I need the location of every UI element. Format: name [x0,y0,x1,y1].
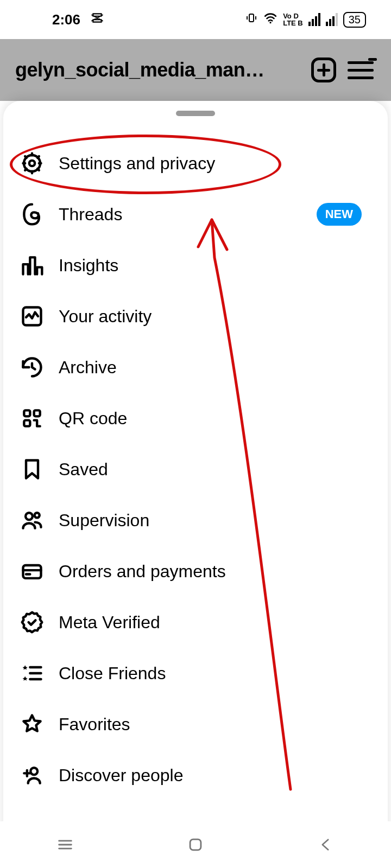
menu-item-label: Favorites [59,714,371,735]
settings-menu-sheet: Settings and privacy Threads NEW Insight… [3,101,388,868]
menu-item-supervision[interactable]: Supervision [3,495,388,546]
hamburger-icon [348,61,374,79]
vibrate-icon [245,11,258,28]
activity-icon [20,304,45,329]
menu-item-label: Your activity [59,307,371,327]
profile-header: gelyn_social_media_man… [0,39,391,101]
svg-point-9 [35,513,40,518]
menu-item-insights[interactable]: Insights [3,240,388,291]
wifi-icon [263,11,278,29]
svg-point-8 [26,513,33,520]
menu-item-label: Insights [59,256,371,276]
qr-code-icon [20,406,45,431]
username-label: gelyn_social_media_man… [15,59,264,81]
new-badge: NEW [317,203,362,226]
list-star-icon [20,661,45,686]
menu-item-threads[interactable]: Threads NEW [3,189,388,240]
svg-rect-12 [190,839,201,850]
signal-2-icon [326,13,338,26]
svg-point-11 [30,768,37,775]
create-button[interactable] [308,55,339,85]
bookmark-icon [20,457,45,482]
svg-rect-7 [24,420,30,426]
gear-icon [20,151,45,176]
menu-item-label: Supervision [59,510,371,531]
menu-item-discover[interactable]: Discover people [3,750,388,801]
bar-chart-icon [20,253,45,278]
system-nav-bar [0,821,391,868]
nav-recent-button[interactable] [49,828,81,861]
menu-item-label: Close Friends [59,663,371,684]
signal-1-icon [308,13,320,26]
notification-dot-icon [368,58,377,61]
plus-square-icon [311,58,336,82]
credit-card-icon [20,559,45,584]
svg-rect-0 [249,14,254,22]
menu-button[interactable] [345,55,376,85]
menu-item-label: Archive [59,358,371,378]
menu-item-archive[interactable]: Archive [3,342,388,393]
menu-item-label: Discover people [59,765,371,786]
svg-point-3 [29,161,35,166]
menu-item-settings[interactable]: Settings and privacy [3,138,388,189]
svg-rect-5 [24,410,30,416]
svg-point-1 [270,22,272,23]
svg-rect-6 [34,410,40,416]
menu-item-favorites[interactable]: Favorites [3,699,388,750]
menu-item-close-friends[interactable]: Close Friends [3,648,388,699]
svg-rect-10 [23,565,41,578]
menu-list: Settings and privacy Threads NEW Insight… [3,138,388,801]
nav-home-button[interactable] [179,828,212,861]
status-bar: 2:06 Vo DLTE B 35 [0,0,391,39]
drag-handle[interactable] [176,111,215,116]
add-person-icon [20,763,45,788]
menu-item-label: Settings and privacy [59,154,371,174]
menu-item-label: Meta Verified [59,612,371,633]
menu-item-saved[interactable]: Saved [3,444,388,495]
menu-item-qr[interactable]: QR code [3,393,388,444]
battery-indicator: 35 [343,12,366,28]
menu-item-label: Orders and payments [59,561,371,582]
star-icon [20,712,45,737]
menu-item-activity[interactable]: Your activity [3,291,388,342]
threads-icon [20,202,45,227]
menu-item-orders[interactable]: Orders and payments [3,546,388,597]
volte-indicator: Vo DLTE B [283,12,303,27]
account-switcher[interactable]: gelyn_social_media_man… [15,59,265,81]
menu-item-verified[interactable]: Meta Verified [3,597,388,648]
verified-badge-icon [20,610,45,635]
nav-back-button[interactable] [310,828,342,861]
menu-item-label: Saved [59,459,371,480]
archive-icon [20,355,45,380]
status-clock: 2:06 [52,11,80,28]
menu-item-label: Threads [59,205,302,225]
people-icon [20,508,45,533]
capcut-icon [90,11,104,29]
menu-item-label: QR code [59,409,371,429]
